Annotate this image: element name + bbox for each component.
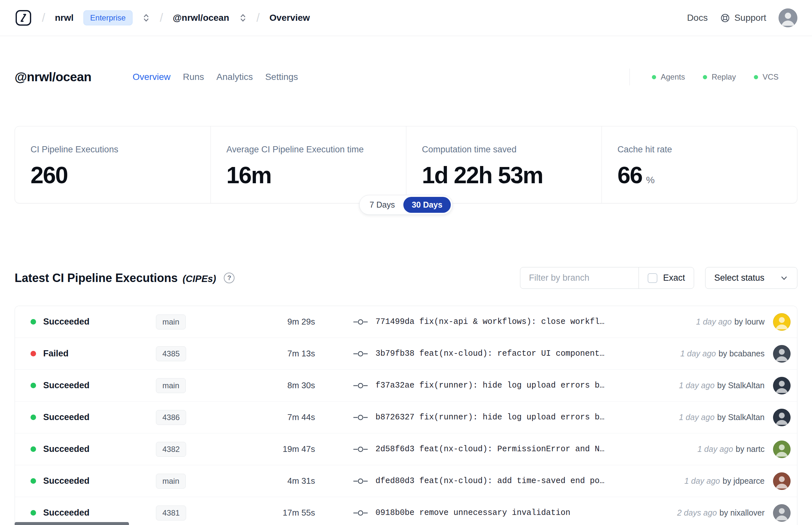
commit-message: dfed80d3 feat(nx-cloud): add time-saved … bbox=[376, 476, 604, 486]
git-commit-icon bbox=[353, 413, 368, 422]
status-dot bbox=[31, 383, 36, 388]
top-navbar: / nrwl Enterprise / @nrwl/ocean / Overvi… bbox=[0, 0, 812, 36]
author: by lourw bbox=[734, 317, 765, 326]
timestamp-author: 1 day agoby StalkAltan bbox=[679, 412, 765, 422]
docs-link[interactable]: Docs bbox=[687, 13, 708, 23]
table-row[interactable]: Succeeded main 4m 31s dfed80d3 feat(nx-c… bbox=[15, 465, 797, 497]
tab-analytics[interactable]: Analytics bbox=[216, 71, 253, 84]
workspace-switcher-chevron-icon[interactable] bbox=[239, 13, 247, 23]
table-row[interactable]: Succeeded 4381 17m 55s 0918b0be remove u… bbox=[15, 497, 797, 525]
avatar[interactable] bbox=[773, 440, 791, 458]
author: by bcabanes bbox=[718, 349, 765, 358]
current-page-breadcrumb: Overview bbox=[270, 13, 310, 23]
duration: 7m 13s bbox=[231, 349, 315, 359]
timestamp: 2 days ago bbox=[677, 508, 717, 517]
section-title: Latest CI Pipeline Executions (CIPEs) bbox=[15, 271, 216, 285]
support-link[interactable]: Support bbox=[720, 13, 766, 23]
timestamp-author: 1 day agoby nartc bbox=[698, 445, 765, 454]
author: by StalkAltan bbox=[717, 381, 765, 390]
page-title: @nrwl/ocean bbox=[15, 70, 91, 84]
tab-runs[interactable]: Runs bbox=[182, 71, 205, 84]
exact-label: Exact bbox=[663, 273, 685, 283]
nx-cloud-logo-icon[interactable] bbox=[15, 9, 32, 27]
table-row[interactable]: Failed 4385 7m 13s 3b79fb38 feat(nx-clou… bbox=[15, 338, 797, 370]
indicator-replay[interactable]: Replay bbox=[703, 73, 736, 81]
toggle-7-days[interactable]: 7 Days bbox=[361, 197, 403, 213]
table-row[interactable]: Succeeded main 9m 29s 771499da fix(nx-ap… bbox=[15, 306, 797, 338]
git-commit-icon bbox=[353, 509, 368, 517]
indicator-agents[interactable]: Agents bbox=[652, 73, 685, 81]
duration: 9m 29s bbox=[231, 317, 315, 327]
table-controls: Exact Select status bbox=[520, 267, 797, 289]
timestamp-author: 1 day agoby bcabanes bbox=[680, 349, 765, 358]
stat-card-ci-pipeline-executions: CI Pipeline Executions 260 bbox=[15, 126, 211, 203]
tab-settings[interactable]: Settings bbox=[264, 71, 298, 84]
stat-card-group: CI Pipeline Executions 260 Average CI Pi… bbox=[15, 126, 797, 204]
tab-overview[interactable]: Overview bbox=[132, 71, 171, 84]
exact-match-toggle[interactable]: Exact bbox=[639, 267, 694, 289]
breadcrumb-separator: / bbox=[42, 11, 45, 25]
author: by nartc bbox=[736, 445, 765, 453]
stat-label: Average CI Pipeline Execution time bbox=[226, 145, 390, 155]
table-row[interactable]: Succeeded 4386 7m 44s b8726327 fix(runne… bbox=[15, 402, 797, 433]
green-dot-icon bbox=[703, 75, 707, 79]
avatar[interactable] bbox=[773, 377, 791, 394]
stat-value: 16m bbox=[226, 162, 271, 189]
table-row[interactable]: Succeeded main 8m 30s f37a32ae fix(runne… bbox=[15, 370, 797, 402]
enterprise-badge[interactable]: Enterprise bbox=[83, 10, 133, 25]
org-switcher-chevron-icon[interactable] bbox=[142, 13, 150, 23]
avatar[interactable] bbox=[773, 504, 791, 522]
avatar[interactable] bbox=[773, 472, 791, 490]
indicator-vcs[interactable]: VCS bbox=[754, 73, 779, 81]
timestamp: 1 day ago bbox=[698, 445, 733, 453]
commit-message: f37a32ae fix(runner): hide log upload er… bbox=[376, 381, 604, 390]
exact-checkbox[interactable] bbox=[648, 273, 657, 283]
status-label: Succeeded bbox=[43, 444, 156, 454]
chevron-down-icon bbox=[780, 274, 788, 282]
workspace-breadcrumb[interactable]: @nrwl/ocean bbox=[173, 13, 229, 23]
author: by jdpearce bbox=[723, 476, 765, 485]
green-dot-icon bbox=[652, 75, 656, 79]
status-dot bbox=[31, 478, 36, 484]
timestamp: 1 day ago bbox=[696, 317, 732, 326]
branch-filter-group: Exact bbox=[520, 267, 694, 289]
select-status-dropdown[interactable]: Select status bbox=[705, 267, 797, 289]
commit-message: 771499da fix(nx-api & workflows): close … bbox=[376, 317, 604, 327]
stat-card-computation-time-saved: Computation time saved 1d 22h 53m bbox=[406, 126, 601, 203]
branch-badge: 4382 bbox=[156, 442, 186, 457]
commit-message: b8726327 fix(runner): hide log upload er… bbox=[376, 412, 604, 422]
timestamp-author: 1 day agoby jdpearce bbox=[684, 476, 765, 486]
author: by nixallover bbox=[719, 508, 765, 517]
user-avatar[interactable] bbox=[779, 9, 797, 27]
timestamp: 1 day ago bbox=[680, 349, 716, 358]
timestamp-author: 1 day agoby StalkAltan bbox=[679, 381, 765, 390]
table-row[interactable]: Succeeded 4382 19m 47s 2d58f6d3 feat(nx-… bbox=[15, 433, 797, 465]
org-breadcrumb[interactable]: nrwl bbox=[55, 13, 74, 23]
branch-filter-input[interactable] bbox=[520, 267, 639, 289]
workspace-header: @nrwl/ocean Overview Runs Analytics Sett… bbox=[15, 69, 797, 86]
help-icon[interactable]: ? bbox=[224, 273, 234, 283]
stat-unit: % bbox=[646, 175, 655, 185]
duration: 19m 47s bbox=[231, 444, 315, 454]
avatar[interactable] bbox=[773, 313, 791, 331]
git-commit-icon bbox=[353, 477, 368, 485]
cipe-section-header: Latest CI Pipeline Executions (CIPEs) ? … bbox=[15, 267, 797, 289]
duration: 4m 31s bbox=[231, 476, 315, 486]
stat-label: CI Pipeline Executions bbox=[31, 145, 195, 155]
toggle-30-days[interactable]: 30 Days bbox=[403, 197, 451, 213]
partial-element bbox=[15, 522, 129, 525]
duration: 7m 44s bbox=[231, 412, 315, 422]
branch-badge: 4386 bbox=[156, 410, 186, 425]
status-dot bbox=[31, 415, 36, 420]
cipe-table: Succeeded main 9m 29s 771499da fix(nx-ap… bbox=[15, 306, 797, 525]
branch-badge: 4385 bbox=[156, 346, 186, 361]
avatar[interactable] bbox=[773, 345, 791, 363]
git-commit-icon bbox=[353, 381, 368, 390]
git-commit-icon bbox=[353, 318, 368, 326]
author: by StalkAltan bbox=[717, 412, 765, 422]
breadcrumb-separator: / bbox=[160, 11, 163, 25]
commit-message: 2d58f6d3 feat(nx-cloud): PermissionError… bbox=[376, 445, 604, 454]
status-label: Succeeded bbox=[43, 317, 156, 327]
breadcrumb: / nrwl Enterprise / @nrwl/ocean / Overvi… bbox=[15, 9, 310, 27]
avatar[interactable] bbox=[773, 409, 791, 426]
